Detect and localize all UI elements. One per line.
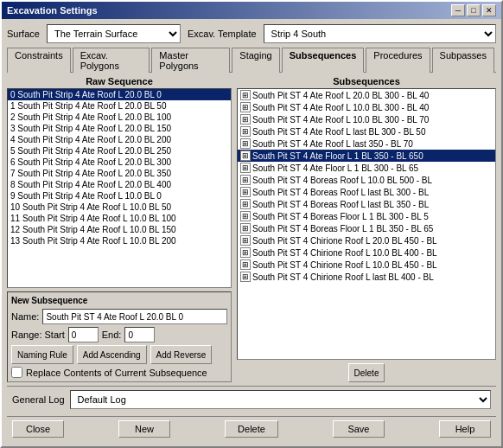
subsequence-item[interactable]: ⊞South Pit ST 4 Ate Roof L last 350 - BL… bbox=[238, 138, 495, 150]
subsequence-item[interactable]: ⊞South Pit ST 4 Ate Roof L 10.0 BL 300 -… bbox=[238, 113, 495, 125]
raw-sequence-item[interactable]: 3 South Pit Strip 4 Ate Roof L 20.0 BL 1… bbox=[8, 123, 231, 134]
replace-checkbox[interactable] bbox=[11, 367, 22, 378]
subsequence-item[interactable]: ⊞South Pit ST 4 Boreas Roof L 10.0 BL 50… bbox=[238, 174, 495, 186]
expand-icon[interactable]: ⊞ bbox=[240, 138, 251, 149]
expand-icon[interactable]: ⊞ bbox=[240, 90, 251, 100]
template-select[interactable]: Strip 4 South bbox=[264, 24, 496, 43]
raw-sequence-item[interactable]: 2 South Pit Strip 4 Ate Roof L 20.0 BL 1… bbox=[8, 112, 231, 123]
raw-sequence-list[interactable]: 0 South Pit Strip 4 Ate Roof L 20.0 BL 0… bbox=[7, 88, 232, 288]
top-row: Surface The Terrain Surface Excav. Templ… bbox=[7, 24, 496, 43]
subsequences-title: Subsequences bbox=[237, 76, 496, 86]
expand-icon[interactable]: ⊞ bbox=[240, 272, 251, 282]
raw-sequence-item[interactable]: 6 South Pit Strip 4 Ate Roof L 20.0 BL 3… bbox=[8, 157, 231, 168]
subsequence-item-text: South Pit ST 4 Chirione Roof L last BL 4… bbox=[252, 272, 434, 282]
expand-icon[interactable]: ⊞ bbox=[240, 211, 251, 221]
tab-excav-polygons[interactable]: Excav. Polygons bbox=[73, 48, 150, 73]
subsequence-item[interactable]: ⊞South Pit ST 4 Boreas Floor L 1 BL 350 … bbox=[238, 222, 495, 234]
tab-subpasses[interactable]: Subpasses bbox=[432, 48, 494, 73]
subsequence-item[interactable]: ⊞South Pit ST 4 Ate Floor L 1 BL 300 - B… bbox=[238, 162, 495, 174]
subsequence-item[interactable]: ⊞South Pit ST 4 Chirione Roof L 20.0 BL … bbox=[238, 234, 495, 246]
expand-icon[interactable]: ⊞ bbox=[240, 223, 251, 234]
footer-delete-button[interactable]: Delete bbox=[225, 420, 278, 438]
subsequence-item[interactable]: ⊞South Pit ST 4 Ate Roof L 20.0 BL 300 -… bbox=[238, 89, 495, 101]
subsequence-item-text: South Pit ST 4 Boreas Floor L 1 BL 300 -… bbox=[252, 212, 429, 221]
maximize-button[interactable]: □ bbox=[467, 4, 481, 16]
add-ascending-button[interactable]: Add Ascending bbox=[77, 345, 147, 364]
name-row: Name: bbox=[11, 309, 227, 324]
subsequence-item[interactable]: ⊞South Pit ST 4 Ate Floor L 1 BL 350 - B… bbox=[238, 150, 495, 162]
raw-sequence-item[interactable]: 11 South Pit Strip 4 Ate Roof L 10.0 BL … bbox=[8, 213, 231, 224]
expand-icon[interactable]: ⊞ bbox=[240, 163, 251, 173]
expand-icon[interactable]: ⊞ bbox=[240, 150, 251, 161]
subsequence-item-text: South Pit ST 4 Boreas Floor L 1 BL 350 -… bbox=[252, 224, 433, 234]
tab-procedures[interactable]: Procedures bbox=[366, 48, 430, 73]
raw-sequence-item[interactable]: 7 South Pit Strip 4 Ate Roof L 20.0 BL 3… bbox=[8, 168, 231, 179]
raw-sequence-item[interactable]: 4 South Pit Strip 4 Ate Roof L 20.0 BL 2… bbox=[8, 134, 231, 145]
expand-icon[interactable]: ⊞ bbox=[240, 126, 251, 137]
add-reverse-button[interactable]: Add Reverse bbox=[150, 345, 213, 364]
save-button[interactable]: Save bbox=[333, 420, 385, 438]
window-content: Surface The Terrain Surface Excav. Templ… bbox=[2, 19, 501, 446]
main-content: Raw Sequence 0 South Pit Strip 4 Ate Roo… bbox=[7, 76, 496, 382]
template-label: Excav. Template bbox=[188, 29, 257, 39]
expand-icon[interactable]: ⊞ bbox=[240, 247, 251, 258]
range-label: Range: Start bbox=[11, 330, 65, 340]
minimize-button[interactable]: ─ bbox=[451, 4, 465, 16]
end-label: End: bbox=[102, 330, 122, 340]
subsequence-item[interactable]: ⊞South Pit ST 4 Ate Roof L last BL 300 -… bbox=[238, 125, 495, 138]
tab-staging[interactable]: Staging bbox=[232, 48, 279, 73]
tab-master-polygons[interactable]: Master Polygons bbox=[151, 48, 230, 73]
replace-checkbox-row: Replace Contents of Current Subsequence bbox=[11, 367, 227, 378]
raw-sequence-item[interactable]: 12 South Pit Strip 4 Ate Roof L 10.0 BL … bbox=[8, 224, 231, 235]
expand-icon[interactable]: ⊞ bbox=[240, 199, 251, 209]
raw-sequence-item[interactable]: 5 South Pit Strip 4 Ate Roof L 20.0 BL 2… bbox=[8, 145, 231, 157]
subsequences-list[interactable]: ⊞South Pit ST 4 Ate Roof L 20.0 BL 300 -… bbox=[237, 88, 496, 360]
subsequence-item-text: South Pit ST 4 Chirione Roof L 10.0 BL 4… bbox=[252, 248, 437, 258]
raw-sequence-item[interactable]: 0 South Pit Strip 4 Ate Roof L 20.0 BL 0 bbox=[8, 89, 231, 100]
raw-sequence-title: Raw Sequence bbox=[7, 76, 232, 86]
subsequence-item[interactable]: ⊞South Pit ST 4 Chirione Roof L last BL … bbox=[238, 271, 495, 283]
delete-button[interactable]: Delete bbox=[348, 363, 385, 382]
new-subsequence-box: New Subsequence Name: Range: Start End: … bbox=[7, 291, 232, 382]
surface-label: Surface bbox=[7, 29, 40, 39]
name-label: Name: bbox=[11, 311, 39, 322]
expand-icon[interactable]: ⊞ bbox=[240, 187, 251, 197]
subsequence-item-text: South Pit ST 4 Boreas Roof L last BL 300… bbox=[252, 188, 429, 197]
tabs-row: Constraints Excav. Polygons Master Polyg… bbox=[7, 47, 496, 73]
subsequence-item[interactable]: ⊞South Pit ST 4 Boreas Roof L last BL 35… bbox=[238, 198, 495, 210]
new-subseq-title: New Subsequence bbox=[11, 296, 227, 305]
expand-icon[interactable]: ⊞ bbox=[240, 114, 251, 125]
raw-sequence-item[interactable]: 9 South Pit Strip 4 Ate Roof L 10.0 BL 0 bbox=[8, 190, 231, 202]
subsequence-item[interactable]: ⊞South Pit ST 4 Chirione Roof L 10.0 BL … bbox=[238, 246, 495, 259]
window-controls: ─ □ ✕ bbox=[451, 4, 496, 16]
raw-sequence-item[interactable]: 8 South Pit Strip 4 Ate Roof L 20.0 BL 4… bbox=[8, 179, 231, 190]
expand-icon[interactable]: ⊞ bbox=[240, 175, 251, 185]
expand-icon[interactable]: ⊞ bbox=[240, 102, 251, 112]
new-button[interactable]: New bbox=[118, 420, 170, 438]
surface-select[interactable]: The Terrain Surface bbox=[47, 24, 181, 43]
expand-icon[interactable]: ⊞ bbox=[240, 235, 251, 246]
subsequence-item[interactable]: ⊞South Pit ST 4 Ate Roof L 10.0 BL 300 -… bbox=[238, 101, 495, 113]
tab-constraints[interactable]: Constraints bbox=[7, 48, 71, 73]
help-button[interactable]: Help bbox=[439, 420, 491, 438]
expand-icon[interactable]: ⊞ bbox=[240, 259, 251, 270]
subsequence-item[interactable]: ⊞South Pit ST 4 Boreas Floor L 1 BL 300 … bbox=[238, 210, 495, 222]
end-input[interactable] bbox=[124, 327, 155, 342]
subsequence-item-text: South Pit ST 4 Ate Roof L 10.0 BL 300 - … bbox=[252, 115, 429, 125]
log-select[interactable]: Default Log bbox=[70, 390, 491, 409]
subsequence-item-text: South Pit ST 4 Ate Roof L last BL 300 - … bbox=[252, 127, 426, 137]
naming-rule-button[interactable]: Naming Rule bbox=[11, 345, 73, 364]
subsequence-item[interactable]: ⊞South Pit ST 4 Chirione Roof L 10.0 BL … bbox=[238, 259, 495, 271]
raw-sequence-item[interactable]: 10 South Pit Strip 4 Ate Roof L 10.0 BL … bbox=[8, 202, 231, 213]
raw-sequence-item[interactable]: 1 South Pit Strip 4 Ate Roof L 20.0 BL 5… bbox=[8, 100, 231, 112]
tab-subsequences[interactable]: Subsequences bbox=[282, 48, 365, 73]
range-row: Range: Start End: bbox=[11, 327, 227, 342]
name-input[interactable] bbox=[42, 309, 227, 324]
subsequence-item[interactable]: ⊞South Pit ST 4 Boreas Roof L last BL 30… bbox=[238, 186, 495, 198]
start-input[interactable] bbox=[68, 327, 99, 342]
window-title: Excavation Settings bbox=[7, 5, 98, 16]
raw-sequence-item[interactable]: 13 South Pit Strip 4 Ate Roof L 10.0 BL … bbox=[8, 235, 231, 246]
close-button[interactable]: Close bbox=[12, 420, 64, 438]
subsequence-item-text: South Pit ST 4 Ate Floor L 1 BL 300 - BL… bbox=[252, 163, 418, 173]
close-button[interactable]: ✕ bbox=[482, 4, 496, 16]
